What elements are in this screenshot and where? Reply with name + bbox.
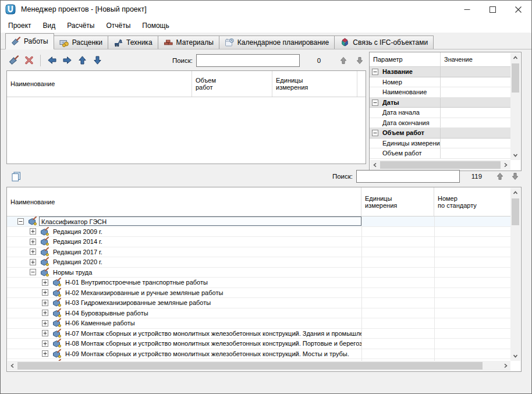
works-col-name[interactable]: Наименование <box>7 71 192 97</box>
expand-icon[interactable] <box>30 239 36 245</box>
classifier-col-name[interactable]: Наименование <box>7 187 361 216</box>
maximize-button[interactable] <box>480 1 505 18</box>
works-col-volume[interactable]: Объем работ <box>192 71 272 97</box>
property-row[interactable]: Единицы измерения <box>370 139 511 149</box>
collapse-icon[interactable] <box>17 218 24 225</box>
menu-item-2[interactable]: Вид <box>37 19 62 32</box>
scroll-left-icon[interactable] <box>8 361 17 371</box>
tab-3[interactable]: Техника <box>108 36 158 49</box>
copy-button[interactable] <box>8 169 24 184</box>
tree-row[interactable]: Редакция 2017 г. <box>7 247 511 258</box>
properties-col-parameter[interactable]: Параметр <box>370 52 441 66</box>
expand-icon[interactable] <box>42 310 48 316</box>
properties-col-value[interactable]: Значение <box>441 52 511 66</box>
classifier-col-units[interactable]: Единицы измерения <box>361 187 434 216</box>
tab-4[interactable]: Материалы <box>158 36 219 49</box>
menu-item-4[interactable]: Отчёты <box>100 19 136 32</box>
property-value[interactable] <box>441 67 511 77</box>
expand-icon[interactable] <box>42 279 48 286</box>
scroll-up-icon[interactable] <box>510 188 520 198</box>
property-row[interactable]: Наименование <box>370 87 511 98</box>
tab-5[interactable]: Календарное планирование <box>219 36 335 49</box>
tab-6[interactable]: Связь с IFC-объектами <box>334 36 434 49</box>
tree-row[interactable]: Н-09 Монтаж сборных и устройство монолит… <box>7 349 511 360</box>
property-row[interactable]: Дата начала <box>370 108 511 118</box>
collapse-icon[interactable] <box>372 69 378 76</box>
classifier-toolbar: Поиск: 119 <box>6 166 522 186</box>
tree-row[interactable]: Н-06 Каменные работы <box>7 318 511 329</box>
expand-icon[interactable] <box>42 320 48 326</box>
arrow-up-gray-icon <box>339 56 347 65</box>
tree-row[interactable]: Редакция 2009 г. <box>7 227 511 237</box>
classifier-search-next-button[interactable] <box>509 171 522 182</box>
tree-row[interactable]: Редакция 2020 г. <box>7 257 511 268</box>
property-value[interactable] <box>441 98 511 108</box>
property-value[interactable] <box>441 139 511 148</box>
works-table-body[interactable] <box>7 97 366 164</box>
property-row[interactable]: Объем работ <box>370 148 511 159</box>
classifier-col-standard-number[interactable]: Номер по стандарту <box>434 187 511 216</box>
tree-row[interactable]: Н-04 Буровзрывные работы <box>7 308 511 319</box>
menu-item-5[interactable]: Помощь <box>136 19 175 32</box>
edit-work-button[interactable] <box>6 54 22 68</box>
scroll-down-icon[interactable] <box>510 351 520 361</box>
expand-icon[interactable] <box>30 259 36 265</box>
scrollbar-thumb[interactable] <box>512 198 519 225</box>
property-value[interactable] <box>441 87 511 97</box>
classifier-search-input[interactable] <box>356 170 460 183</box>
property-value[interactable] <box>441 77 511 87</box>
property-row[interactable]: Номер <box>370 77 511 88</box>
scroll-up-icon[interactable] <box>510 53 520 63</box>
close-button[interactable] <box>505 1 531 18</box>
expand-icon[interactable] <box>42 289 48 296</box>
properties-vscrollbar[interactable] <box>510 53 520 160</box>
tree-row[interactable]: Н-08 Монтаж сборных и устройство монолит… <box>7 339 511 349</box>
property-group-row[interactable]: Даты <box>370 98 511 108</box>
tree-row[interactable]: Н-01 Внутрипостроечные транспортные рабо… <box>7 278 511 288</box>
tree-row[interactable]: Нормы труда <box>7 268 511 278</box>
minimize-button[interactable] <box>454 1 480 18</box>
move-down-button[interactable] <box>90 54 105 68</box>
property-group-row[interactable]: Название <box>370 67 511 77</box>
move-up-button[interactable] <box>75 54 90 68</box>
expand-icon[interactable] <box>42 300 48 306</box>
property-value[interactable] <box>441 118 511 128</box>
expand-icon[interactable] <box>42 340 48 347</box>
property-value[interactable] <box>441 108 511 118</box>
expand-icon[interactable] <box>42 330 48 336</box>
expand-icon[interactable] <box>42 350 48 357</box>
classifier-search-prev-button[interactable] <box>494 171 506 182</box>
tree-node-label: Редакция 2009 г. <box>51 228 104 236</box>
property-group-row[interactable]: Объем работ <box>370 128 511 139</box>
tree-row[interactable]: Редакция 2014 г. <box>7 237 511 247</box>
move-left-button[interactable] <box>44 54 59 68</box>
tree-row[interactable]: Н-07 Монтаж сборных и устройство монолит… <box>7 329 511 339</box>
property-row[interactable]: Дата окончания <box>370 118 511 129</box>
works-search-next-button[interactable] <box>353 55 366 66</box>
tree-row[interactable]: Н-03 Гидромеханизированные земляные рабо… <box>7 298 511 308</box>
classifier-hscrollbar[interactable] <box>8 361 510 371</box>
delete-work-button[interactable] <box>22 54 37 68</box>
works-col-units[interactable]: Единицы измерения <box>272 71 357 97</box>
menu-item-1[interactable]: Проект <box>2 19 37 32</box>
property-value[interactable] <box>441 148 511 158</box>
works-search-input[interactable] <box>196 54 300 67</box>
property-value[interactable] <box>441 128 511 138</box>
tab-2[interactable]: Расценки <box>54 36 108 49</box>
tree-row[interactable]: Н-02 Механизированные и ручные земляные … <box>7 288 511 299</box>
expand-icon[interactable] <box>30 249 36 255</box>
works-search-prev-button[interactable] <box>337 55 350 66</box>
scroll-right-icon[interactable] <box>501 361 510 371</box>
scroll-down-icon[interactable] <box>510 150 520 160</box>
expand-icon[interactable] <box>30 228 36 235</box>
collapse-icon[interactable] <box>30 269 36 275</box>
scrollbar-thumb[interactable] <box>17 362 483 370</box>
classifier-vscrollbar[interactable] <box>510 188 520 361</box>
collapse-icon[interactable] <box>372 100 378 107</box>
tree-row[interactable]: Классификатор ГЭСН <box>7 216 511 227</box>
collapse-icon[interactable] <box>372 130 378 137</box>
scrollbar-thumb[interactable] <box>512 63 519 93</box>
menu-item-3[interactable]: Расчёты <box>61 19 100 32</box>
tab-1[interactable]: Работы <box>5 33 54 49</box>
move-right-button[interactable] <box>59 54 75 68</box>
